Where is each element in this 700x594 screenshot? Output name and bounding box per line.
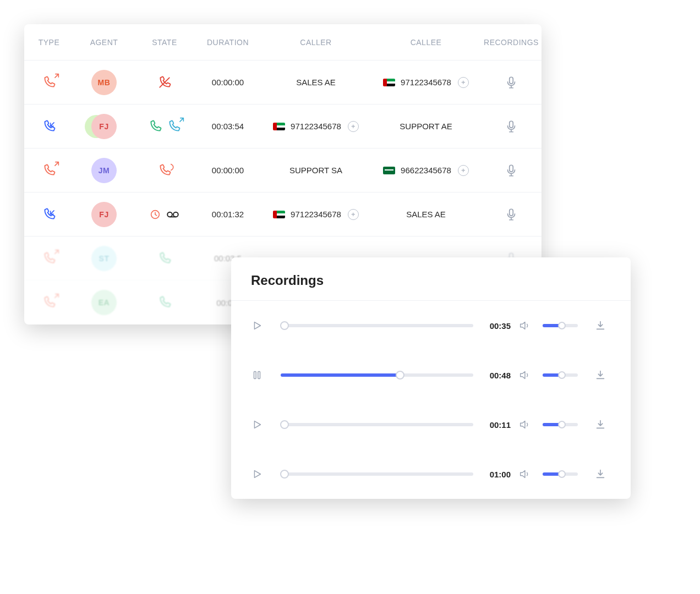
col-type: TYPE	[24, 38, 74, 47]
avatar[interactable]: ST	[91, 246, 117, 271]
pause-button[interactable]	[251, 369, 273, 381]
progress-slider[interactable]	[281, 324, 473, 327]
party-label: 96622345678	[401, 166, 451, 175]
agent-cell: MB	[74, 70, 134, 95]
col-caller: CALLER	[261, 38, 371, 47]
progress-slider[interactable]	[281, 373, 473, 377]
progress-slider[interactable]	[281, 472, 473, 476]
flag-ae-icon	[273, 123, 285, 130]
play-button[interactable]	[251, 419, 273, 431]
recording-duration: 00:35	[481, 321, 511, 331]
download-button[interactable]	[594, 320, 611, 332]
col-state: STATE	[134, 38, 195, 47]
type-cell	[24, 207, 74, 222]
table-row[interactable]: JM 00:00:00 SUPPORT SA 96622345678+	[24, 148, 542, 193]
party-label: SUPPORT AE	[400, 122, 452, 131]
recording-cell[interactable]	[481, 75, 542, 90]
flag-ae-icon	[273, 211, 285, 218]
add-contact-button[interactable]: +	[458, 77, 469, 88]
type-cell	[24, 251, 74, 266]
state-cell	[134, 295, 195, 310]
party-label: 97122345678	[291, 210, 341, 219]
callee-cell: 97122345678+	[371, 77, 481, 88]
duration-cell: 00:03:54	[195, 122, 261, 131]
play-button[interactable]	[251, 468, 273, 480]
avatar[interactable]: FJ	[91, 114, 117, 139]
avatar[interactable]: MB	[91, 70, 117, 95]
party-label: 97122345678	[291, 122, 341, 131]
play-button[interactable]	[251, 320, 273, 332]
callee-cell: SUPPORT AE	[371, 122, 481, 131]
recording-duration: 00:11	[481, 420, 511, 430]
recording-cell[interactable]	[481, 163, 542, 178]
state-cell	[134, 207, 195, 222]
state-cell	[134, 251, 195, 266]
recording-cell[interactable]	[481, 207, 542, 222]
table-row[interactable]: MB 00:00:00 SALES AE 97122345678+	[24, 61, 542, 105]
agent-cell: ST	[74, 246, 134, 271]
recording-row: 01:00	[231, 449, 631, 499]
recording-cell[interactable]	[481, 119, 542, 134]
type-cell	[24, 295, 74, 310]
col-recordings: RECORDINGS	[481, 38, 542, 47]
col-agent: AGENT	[74, 38, 134, 47]
table-row[interactable]: FJ 00:01:32 97122345678+ SALES AE	[24, 193, 542, 237]
party-label: SALES AE	[406, 210, 446, 219]
party-label: SALES AE	[296, 78, 336, 87]
caller-cell: 97122345678+	[261, 209, 371, 220]
type-cell	[24, 119, 74, 134]
volume-slider[interactable]	[543, 423, 578, 426]
state-cell	[134, 119, 195, 134]
add-contact-button[interactable]: +	[348, 121, 359, 132]
duration-cell: 00:01:32	[195, 210, 261, 219]
agent-cell: EA	[74, 290, 134, 315]
table-row[interactable]: FJ 00:03:54 97122345678+ SUPPORT AE	[24, 105, 542, 148]
volume-slider[interactable]	[543, 324, 578, 327]
download-button[interactable]	[594, 419, 611, 431]
recordings-title: Recordings	[231, 257, 631, 301]
avatar[interactable]: EA	[91, 290, 117, 315]
col-callee: CALLEE	[371, 38, 481, 47]
duration-cell: 00:00:00	[195, 166, 261, 175]
avatar[interactable]: JM	[91, 158, 117, 183]
party-label: SUPPORT SA	[289, 166, 342, 175]
add-contact-button[interactable]: +	[458, 165, 469, 176]
download-button[interactable]	[594, 369, 611, 381]
avatar[interactable]: FJ	[91, 202, 117, 227]
duration-cell: 00:00:00	[195, 78, 261, 87]
recording-row: 00:48	[231, 350, 631, 400]
caller-cell: 97122345678+	[261, 121, 371, 132]
recording-duration: 01:00	[481, 470, 511, 479]
speaker-icon[interactable]	[518, 468, 535, 480]
col-duration: DURATION	[195, 38, 261, 47]
recording-row: 00:35	[231, 301, 631, 350]
flag-sa-icon	[383, 167, 395, 174]
caller-cell: SALES AE	[261, 78, 371, 87]
flag-ae-icon	[383, 79, 395, 86]
callee-cell: 96622345678+	[371, 165, 481, 176]
volume-slider[interactable]	[543, 373, 578, 377]
callee-cell: SALES AE	[371, 210, 481, 219]
recording-duration: 00:48	[481, 371, 511, 380]
volume-slider[interactable]	[543, 472, 578, 476]
party-label: 97122345678	[401, 78, 451, 87]
speaker-icon[interactable]	[518, 369, 535, 381]
recordings-panel: Recordings 00:35 00:48	[231, 257, 631, 499]
table-header: TYPE AGENT STATE DURATION CALLER CALLEE …	[24, 24, 542, 61]
progress-slider[interactable]	[281, 423, 473, 426]
recording-row: 00:11	[231, 400, 631, 449]
type-cell	[24, 75, 74, 90]
agent-cell: FJ	[74, 114, 134, 139]
download-button[interactable]	[594, 468, 611, 480]
state-cell	[134, 163, 195, 178]
add-contact-button[interactable]: +	[348, 209, 359, 220]
speaker-icon[interactable]	[518, 419, 535, 431]
speaker-icon[interactable]	[518, 320, 535, 332]
agent-cell: FJ	[74, 202, 134, 227]
state-cell	[134, 75, 195, 90]
caller-cell: SUPPORT SA	[261, 166, 371, 175]
type-cell	[24, 163, 74, 178]
agent-cell: JM	[74, 158, 134, 183]
